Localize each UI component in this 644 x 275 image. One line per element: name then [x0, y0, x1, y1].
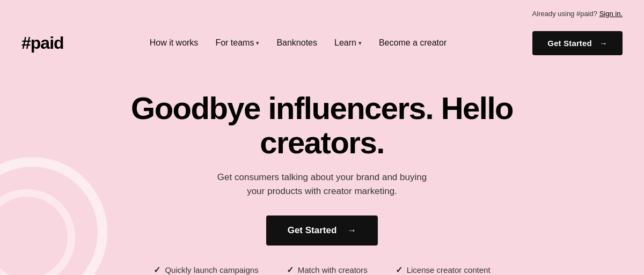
check-icon-3: ✓	[396, 265, 402, 275]
chevron-down-icon: ▾	[256, 40, 259, 47]
chevron-down-icon: ▾	[358, 40, 362, 47]
hero-get-started-button[interactable]: Get Started →	[266, 215, 378, 246]
nav-arrow-icon: →	[599, 39, 608, 48]
hero-title: Goodbye influencers. Hello creators.	[80, 91, 564, 160]
nav-link-for-teams[interactable]: For teams ▾	[215, 38, 259, 48]
logo[interactable]: #paid	[21, 33, 64, 53]
nav-item-how-it-works[interactable]: How it works	[150, 38, 199, 48]
feature-label-3: License creator content	[407, 265, 491, 274]
nav-get-started-button[interactable]: Get Started →	[532, 31, 623, 55]
feature-item-2: ✓ Match with creators	[287, 265, 368, 275]
hero-arrow-icon: →	[347, 225, 356, 236]
already-using-text: Already using #paid?	[532, 10, 597, 18]
nav-link-become-creator[interactable]: Become a creator	[379, 38, 447, 48]
top-bar-text: Already using #paid? Sign in.	[532, 10, 623, 18]
top-bar: Already using #paid? Sign in.	[0, 0, 644, 27]
navbar: #paid How it works For teams ▾ Banknotes…	[0, 27, 644, 59]
nav-links: How it works For teams ▾ Banknotes Learn…	[150, 38, 447, 48]
nav-link-banknotes[interactable]: Banknotes	[276, 38, 317, 48]
nav-item-learn[interactable]: Learn ▾	[334, 38, 362, 48]
check-icon-2: ✓	[287, 265, 294, 275]
nav-item-banknotes[interactable]: Banknotes	[276, 38, 317, 48]
hero-subtitle: Get consumers talking about your brand a…	[209, 170, 435, 199]
feature-label-2: Match with creators	[298, 265, 368, 274]
nav-item-for-teams[interactable]: For teams ▾	[215, 38, 259, 48]
nav-right: Get Started →	[532, 31, 623, 55]
feature-item-1: ✓ Quickly launch campaigns	[153, 265, 258, 275]
feature-item-3: ✓ License creator content	[396, 265, 491, 275]
signin-link[interactable]: Sign in.	[599, 10, 623, 18]
hero-section: Goodbye influencers. Hello creators. Get…	[0, 59, 644, 275]
nav-link-how-it-works[interactable]: How it works	[150, 38, 199, 48]
features-list: ✓ Quickly launch campaigns ✓ Match with …	[153, 265, 490, 275]
feature-label-1: Quickly launch campaigns	[165, 265, 258, 274]
check-icon-1: ✓	[153, 265, 160, 275]
nav-item-become-creator[interactable]: Become a creator	[379, 38, 447, 48]
nav-get-started-label: Get Started	[547, 39, 592, 48]
nav-link-learn[interactable]: Learn ▾	[334, 38, 362, 48]
hero-get-started-label: Get Started	[288, 225, 337, 236]
